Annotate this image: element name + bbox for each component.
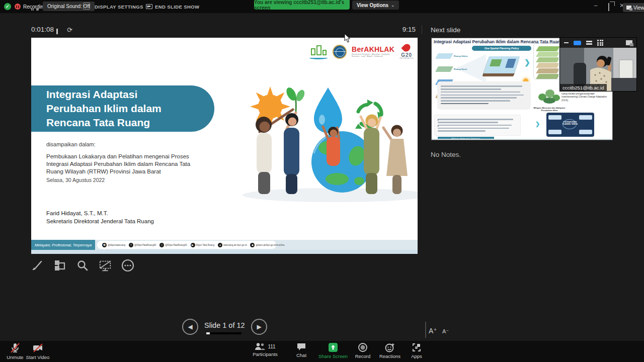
slide-progress-bar — [206, 332, 242, 334]
thumb-tenets-diagram: CONTEMPORARY PLANNING TENETS — [546, 113, 594, 137]
instagram-icon: �略 — [102, 243, 107, 247]
berakhlak-tagline: Berorientasi Pelayanan · Akuntabel · Kom… — [352, 54, 392, 57]
current-slide: BerAKHLAK Berorientasi Pelayanan · Akunt… — [31, 38, 418, 254]
thumb-cca-text: Perubahan Iklim (API) ke dalam rencana t… — [561, 89, 610, 102]
black-screen-button[interactable] — [98, 257, 112, 274]
view-options-button[interactable]: View Options ⌄ — [352, 1, 399, 10]
slide-counter: Slide 1 of 12 — [204, 321, 245, 329]
record-icon — [358, 342, 368, 352]
twitter-icon: t — [159, 243, 164, 247]
annotation-toolbar — [30, 257, 135, 274]
slide-title: Integrasi Adaptasi Perubahan Iklim dalam… — [46, 87, 187, 129]
view-layout-button[interactable]: View — [623, 3, 644, 12]
security-shield-icon: ✓ — [4, 3, 11, 10]
strip-view-icon[interactable] — [586, 41, 592, 45]
berakhlak-logo-text: BerAKHLAK — [352, 46, 394, 53]
previous-slide-button[interactable]: ◀ — [182, 319, 198, 335]
slide-progress-fill — [206, 332, 210, 334]
speaker-video-window[interactable]: cccitb251@itb.ac.id — [560, 38, 636, 91]
thumb-bottom-bullets: ➤ ➤ — [434, 115, 521, 136]
g20-logo: G20 INDONESIA 2022 — [399, 44, 414, 60]
slide-bottom-strip — [31, 250, 418, 254]
recording-controls[interactable] — [31, 8, 39, 11]
mouse-cursor — [344, 33, 351, 43]
zoom-slide-button[interactable] — [75, 257, 90, 274]
climate-illustration — [207, 80, 418, 206]
zoom-meeting-window: ✓ Recording SHOW TASKBAR Original Sound:… — [0, 0, 644, 362]
speaker-block: Farid Hidayat, S.T., M.T. Sekretaris Dir… — [46, 210, 154, 225]
thumb-layer-darat: Ruang Darat — [437, 66, 467, 72]
event-date: Selasa, 30 Agustus 2022 — [46, 177, 105, 183]
camera-off-icon — [32, 342, 44, 353]
participants-count: 111 — [268, 344, 275, 349]
display-settings-button[interactable]: DISPLAY SETTINGS ▼ — [95, 0, 150, 13]
globe-icon: ● — [218, 243, 222, 247]
minimize-button[interactable]: – — [592, 2, 600, 9]
restore-button[interactable] — [605, 2, 613, 9]
start-video-button[interactable]: Start Video — [20, 342, 55, 360]
slides-grid-icon — [53, 259, 66, 272]
map-pin-icon: ◆ — [250, 243, 255, 247]
meeting-top-bar: ✓ Recording SHOW TASKBAR Original Sound:… — [0, 0, 644, 13]
minimize-video-icon[interactable] — [564, 42, 569, 44]
pause-timer-button[interactable] — [56, 27, 61, 33]
more-options-button[interactable] — [121, 257, 135, 274]
font-decrease-button[interactable]: A⁻ — [442, 328, 449, 335]
share-screen-icon — [328, 342, 338, 352]
clock: 9:15 — [396, 26, 416, 33]
motto: Melayani, Profesional, Terpercaya — [31, 240, 95, 250]
atr-bpn-globe-logo-icon — [333, 45, 347, 59]
notes-scrollbar[interactable] — [425, 322, 426, 338]
g20-wayang-icon — [401, 42, 412, 53]
active-speaker-view-icon[interactable] — [574, 41, 581, 45]
restore-icon — [608, 3, 609, 11]
video-window-toolbar — [560, 38, 636, 48]
next-slide-heading: Next slide — [431, 26, 460, 34]
chevron-down-icon: ⌄ — [391, 3, 394, 8]
thumb-mitigasi-graphic — [535, 88, 564, 106]
event-description: Pembukaan Lokakarya dan Pelatihan mengen… — [46, 153, 203, 176]
pen-icon — [31, 259, 43, 272]
recording-icon — [15, 4, 21, 10]
social-website: ●tataruang.atr-bpn.go.id — [218, 243, 247, 247]
magnifier-icon — [76, 259, 89, 272]
social-facebook: f@DitjenTataRuangID — [129, 243, 156, 247]
end-slide-show-button[interactable]: END SLIDE SHOW — [146, 0, 199, 13]
see-all-slides-button[interactable] — [53, 257, 67, 274]
presented-in-label: disampaikan dalam: — [46, 141, 96, 147]
social-gistaru: ◆gistaru.atrbpn.go.id/rtronline — [250, 243, 284, 247]
youtube-icon: ▶ — [191, 243, 195, 247]
social-instagram: �略@ditjentataruang — [102, 243, 125, 247]
reactions-icon — [385, 342, 395, 352]
microphone-muted-icon — [10, 342, 21, 353]
apps-button[interactable]: Apps — [399, 342, 434, 359]
facebook-icon: f — [129, 243, 133, 247]
thumb-tenets-label: CONTEMPORARY PLANNING TENETS — [561, 122, 579, 126]
restart-timer-button[interactable]: ⟳ — [67, 26, 72, 34]
slide-logos: BerAKHLAK Berorientasi Pelayanan · Akunt… — [309, 44, 414, 60]
meeting-controls-bar: Unmute ⌃ Start Video ⌃ 111 Partic — [0, 341, 644, 362]
participants-icon — [255, 342, 266, 350]
audio-settings-icon[interactable]: ⚙ — [83, 3, 90, 10]
slide-footer: Melayani, Profesional, Terpercaya �略@dit… — [31, 240, 418, 250]
thumb-policy-pill: One Spatial Planning Policy — [472, 46, 531, 51]
thumb-bottom-strip — [432, 139, 612, 140]
participants-button[interactable]: 111 Participants — [248, 342, 283, 357]
layout-grid-icon — [626, 6, 631, 10]
slide-title-banner: Integrasi Adaptasi Perubahan Iklim dalam… — [31, 85, 214, 132]
security-indicator[interactable]: ✓ — [4, 0, 11, 13]
speaker-name: Farid Hidayat, S.T., M.T. — [46, 210, 154, 218]
speaker-title: Sekretaris Direktorat Jenderal Tata Ruan… — [46, 218, 154, 226]
ellipsis-icon — [121, 258, 135, 273]
gallery-view-icon[interactable] — [597, 40, 603, 46]
chat-button[interactable]: Chat — [284, 342, 319, 358]
font-increase-button[interactable]: A⁺ — [429, 327, 437, 335]
thumb-arrow-icon: ❯ — [535, 121, 540, 127]
shared-screen-icon[interactable] — [626, 40, 632, 45]
header-divider — [422, 25, 422, 34]
thumb-city-diagram — [483, 56, 520, 73]
berakhlak-logo: BerAKHLAK Berorientasi Pelayanan · Akunt… — [352, 46, 394, 57]
apps-icon — [412, 342, 422, 352]
pen-tool-button[interactable] — [30, 257, 44, 274]
next-slide-button[interactable]: ▶ — [251, 319, 267, 335]
